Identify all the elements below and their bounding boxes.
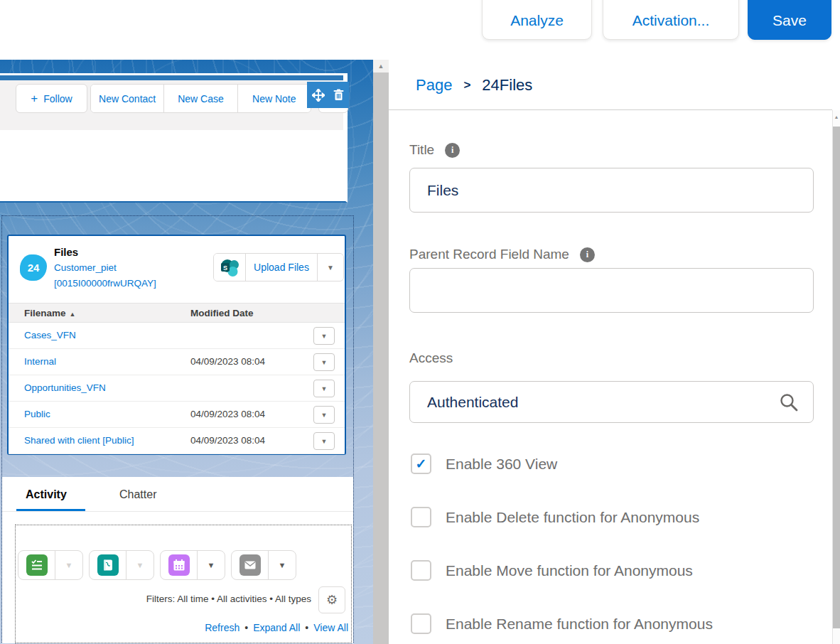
tab-chatter[interactable]: Chatter xyxy=(119,488,156,501)
activity-links: Refresh•Expand All•View All xyxy=(205,622,348,633)
row-menu-button[interactable]: ▼ xyxy=(313,353,335,371)
call-icon xyxy=(97,554,119,576)
new-event-button[interactable] xyxy=(161,551,198,579)
file-modified-date: 04/09/2023 08:04 xyxy=(190,409,265,419)
files-table-header: Filename▲ Modified Date xyxy=(9,303,345,323)
refresh-link[interactable]: Refresh xyxy=(205,622,239,633)
title-input-value: Files xyxy=(427,182,458,199)
row-menu-button[interactable]: ▼ xyxy=(313,406,335,424)
file-link[interactable]: Internal xyxy=(24,356,56,367)
row-menu-button[interactable]: ▼ xyxy=(313,432,335,450)
log-call-group: ▼ xyxy=(89,550,154,580)
access-label: Access xyxy=(409,350,453,366)
selected-region-outline: 24 Files Customer_piet [0015I00000frwURQ… xyxy=(1,215,354,643)
link-separator: • xyxy=(244,622,248,633)
sharepoint-icon[interactable]: S xyxy=(214,254,245,281)
plus-icon: + xyxy=(31,92,38,106)
email-icon xyxy=(239,554,261,576)
email-button[interactable] xyxy=(232,551,269,579)
scroll-up-button[interactable]: ▲ xyxy=(373,60,389,73)
new-task-more-button[interactable]: ▼ xyxy=(55,551,82,579)
activity-composer-outline: ▼ ▼ xyxy=(15,525,352,643)
info-icon[interactable]: i xyxy=(445,143,460,158)
activity-settings-button[interactable]: ⚙ xyxy=(318,586,345,613)
enable-delete-anonymous-label: Enable Delete function for Anonymous xyxy=(446,509,699,526)
row-menu-button[interactable]: ▼ xyxy=(313,327,335,345)
enable-delete-anonymous-checkbox[interactable] xyxy=(411,507,431,527)
page-preview-canvas: + Follow New Contact New Case New Note ▼ xyxy=(0,60,373,644)
banner-strip xyxy=(0,75,343,80)
enable-rename-anonymous-label: Enable Rename function for Anonymous xyxy=(446,616,713,633)
tab-activity[interactable]: Activity xyxy=(26,488,67,501)
new-event-group: ▼ xyxy=(160,550,225,580)
new-task-group: ▼ xyxy=(18,550,83,580)
new-event-more-button[interactable]: ▼ xyxy=(198,551,225,579)
files-card-title: Files xyxy=(54,246,78,258)
table-row: Opportunities_VFN ▼ xyxy=(9,375,345,402)
files-component-card[interactable]: 24 Files Customer_piet [0015I00000frwURQ… xyxy=(7,235,346,455)
column-header-filename[interactable]: Filename▲ xyxy=(24,308,75,318)
new-note-button[interactable]: New Note xyxy=(238,85,311,112)
parent-record-field-input[interactable] xyxy=(409,268,814,313)
table-row: Internal 04/09/2023 08:04 ▼ xyxy=(9,349,345,375)
new-contact-button[interactable]: New Contact xyxy=(91,85,164,112)
gear-icon: ⚙ xyxy=(326,592,338,608)
record-name-link[interactable]: Customer_piet xyxy=(54,262,117,273)
follow-button[interactable]: + Follow xyxy=(16,84,87,113)
activity-chatter-component: Activity Chatter xyxy=(2,477,353,643)
panel-scrollbar-thumb[interactable] xyxy=(833,127,840,628)
upload-more-button[interactable]: ▼ xyxy=(318,254,343,281)
new-case-button[interactable]: New Case xyxy=(164,85,237,112)
panel-scrollbar[interactable]: ▲ xyxy=(832,110,840,644)
save-button[interactable]: Save xyxy=(748,0,831,40)
access-lookup-input[interactable]: Authenticated xyxy=(409,381,814,423)
record-actions-group: New Contact New Case New Note xyxy=(90,84,311,113)
access-value: Authenticated xyxy=(427,394,518,411)
canvas-scrollbar[interactable]: ▲ xyxy=(373,60,389,644)
chevron-down-icon: ▼ xyxy=(327,264,334,272)
new-task-button[interactable] xyxy=(18,551,55,579)
task-icon xyxy=(26,554,48,576)
file-link[interactable]: Cases_VFN xyxy=(24,330,76,340)
link-separator: • xyxy=(305,622,308,633)
activity-filters-summary: Filters: All time • All activities • All… xyxy=(146,594,311,604)
view-all-link[interactable]: View All xyxy=(313,622,348,633)
log-call-more-button[interactable]: ▼ xyxy=(126,551,154,579)
file-modified-date: 04/09/2023 08:04 xyxy=(190,356,265,367)
expand-all-link[interactable]: Expand All xyxy=(253,622,300,633)
file-link[interactable]: Opportunities_VFN xyxy=(24,382,106,393)
file-link[interactable]: Public xyxy=(24,409,50,419)
scroll-up-button[interactable]: ▲ xyxy=(833,112,840,122)
move-icon[interactable] xyxy=(312,89,325,102)
title-input[interactable]: Files xyxy=(409,168,814,213)
breadcrumb-current: 24Files xyxy=(482,76,532,95)
event-icon xyxy=(168,554,190,576)
column-header-modified-date[interactable]: Modified Date xyxy=(190,308,254,318)
canvas-scrollbar-thumb[interactable] xyxy=(373,73,389,644)
title-label: Title xyxy=(409,142,434,158)
panel-divider xyxy=(389,109,832,110)
analyze-button[interactable]: Analyze xyxy=(482,0,592,40)
enable-rename-anonymous-checkbox[interactable] xyxy=(411,613,431,634)
file-link[interactable]: Shared with client [Public] xyxy=(24,435,134,446)
log-call-button[interactable] xyxy=(90,551,126,579)
breadcrumb-page-link[interactable]: Page xyxy=(416,76,452,95)
file-modified-date: 04/09/2023 08:04 xyxy=(190,435,265,446)
enable-360-view-checkbox[interactable]: ✓ xyxy=(411,454,431,474)
record-id-link[interactable]: [0015I00000frwURQAY] xyxy=(54,278,156,289)
table-row: Public 04/09/2023 08:04 ▼ xyxy=(9,402,345,428)
breadcrumb-separator-icon: > xyxy=(463,78,470,92)
upload-files-button[interactable]: Upload Files xyxy=(245,254,318,281)
enable-move-anonymous-checkbox[interactable] xyxy=(411,560,431,581)
component-properties-panel: Page > 24Files Title i Files Parent Reco… xyxy=(389,60,840,644)
table-row: Shared with client [Public] 04/09/2023 0… xyxy=(9,428,345,454)
row-menu-button[interactable]: ▼ xyxy=(313,380,335,397)
sort-asc-icon: ▲ xyxy=(70,311,76,318)
search-icon xyxy=(779,392,799,412)
activation-button[interactable]: Activation... xyxy=(603,0,739,40)
email-more-button[interactable]: ▼ xyxy=(269,551,296,579)
table-row: Cases_VFN ▼ xyxy=(9,323,345,349)
upload-files-button-group: S Upload Files ▼ xyxy=(213,253,344,281)
trash-icon[interactable] xyxy=(333,89,344,101)
info-icon[interactable]: i xyxy=(580,247,595,262)
